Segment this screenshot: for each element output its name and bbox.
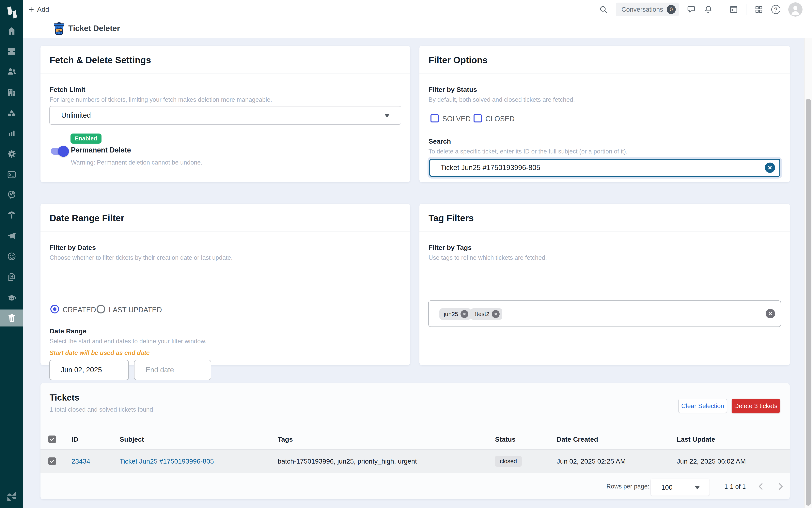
solved-checkbox[interactable] <box>431 114 439 122</box>
search-input[interactable] <box>441 160 737 176</box>
column-header-tags[interactable]: Tags <box>278 435 293 443</box>
date-range-filter-card: Date Range Filter Filter by Dates Choose… <box>41 204 410 365</box>
scrollbar-thumb[interactable] <box>806 99 811 506</box>
sidebar-item-ticket-deleter[interactable] <box>0 309 23 327</box>
help-icon[interactable]: ? <box>771 5 780 14</box>
sidebar-item-smiley[interactable] <box>0 248 23 265</box>
last-updated-radio[interactable] <box>97 305 105 313</box>
filter-by-status-label: Filter by Status <box>428 86 477 93</box>
next-page-button[interactable] <box>776 482 785 491</box>
search-icon[interactable] <box>599 5 608 14</box>
tags-input[interactable]: jun25 !test2 <box>428 300 781 327</box>
check-icon <box>50 459 55 464</box>
graduation-cap-icon <box>7 293 16 303</box>
column-header-status[interactable]: Status <box>495 435 515 443</box>
chevron-right-icon <box>776 482 785 491</box>
column-header-subject[interactable]: Subject <box>120 435 144 443</box>
ticket-subject-link[interactable]: Ticket Jun25 #1750193996-805 <box>120 458 214 465</box>
add-button[interactable]: Add <box>28 0 49 19</box>
main-content: Fetch & Delete Settings Fetch Limit For … <box>23 38 812 508</box>
chevron-down-icon <box>384 114 390 118</box>
pagination-bar: Rows per page: 100 1-1 of 1 <box>41 473 790 499</box>
chat-bubble-icon[interactable] <box>687 5 696 14</box>
sidebar-item-telegram[interactable] <box>0 227 23 244</box>
previous-page-button[interactable] <box>756 482 766 491</box>
filter-by-tags-help: Use tags to refine which tickets are fet… <box>428 254 547 261</box>
sidebar-item-reporting[interactable] <box>0 125 23 142</box>
table-row[interactable]: 23434 Ticket Jun25 #1750193996-805 batch… <box>41 449 790 473</box>
ticket-id-link[interactable]: 23434 <box>72 458 90 465</box>
bell-icon[interactable] <box>704 5 713 14</box>
sidebar-item-transfer[interactable] <box>0 269 23 286</box>
fetch-limit-value: Unlimited <box>61 111 91 120</box>
permanent-delete-toggle[interactable] <box>51 147 67 156</box>
sidebar-item-terminal[interactable] <box>0 166 23 183</box>
clear-selection-button[interactable]: Clear Selection <box>678 399 727 413</box>
sidebar-item-talk[interactable] <box>0 186 23 203</box>
sidebar-item-palm[interactable] <box>0 206 23 223</box>
remove-tag-icon[interactable] <box>460 310 468 318</box>
ticket-last-update: Jun 22, 2025 06:02 AM <box>677 458 746 465</box>
telegram-icon <box>7 231 16 241</box>
sidebar <box>0 0 23 508</box>
created-radio[interactable] <box>50 305 59 313</box>
clear-search-icon[interactable] <box>765 163 775 173</box>
topbar: Add Conversations 0 ? <box>23 0 812 19</box>
apps-grid-icon[interactable] <box>754 5 763 14</box>
filter-by-dates-help: Choose whether to filter tickets by thei… <box>50 254 233 261</box>
sidebar-item-customers[interactable] <box>0 63 23 80</box>
table-header-row: ID Subject Tags Status Date Created Last… <box>41 429 790 449</box>
palm-tree-icon <box>7 210 16 220</box>
column-header-id[interactable]: ID <box>72 435 78 443</box>
permanent-delete-warning: Warning: Permanent deletion cannot be un… <box>71 159 202 166</box>
people-icon <box>7 67 16 77</box>
rows-per-page-select[interactable]: 100 <box>650 479 710 496</box>
page: Add Conversations 0 ? Ticket Deleter <box>0 0 812 508</box>
filter-by-dates-label: Filter by Dates <box>50 244 96 251</box>
delete-tickets-button[interactable]: Delete 3 tickets <box>732 399 780 413</box>
terminal-icon[interactable] <box>729 5 738 14</box>
start-date-input[interactable] <box>61 360 124 380</box>
rows-per-page-value: 100 <box>661 483 673 491</box>
row-checkbox[interactable] <box>48 458 56 465</box>
search-input-container <box>429 159 780 177</box>
scrollbar-track[interactable] <box>804 38 812 508</box>
card-title: Fetch & Delete Settings <box>50 55 151 66</box>
sidebar-item-inbox[interactable] <box>0 43 23 60</box>
last-updated-radio-label: LAST UPDATED <box>109 306 162 314</box>
column-header-date-created[interactable]: Date Created <box>557 435 598 443</box>
tickets-card: Tickets 1 total closed and solved ticket… <box>41 383 790 499</box>
product-logo-icon[interactable] <box>4 5 19 19</box>
chevron-left-icon <box>756 482 766 491</box>
sidebar-item-organizations[interactable] <box>0 84 23 101</box>
plus-icon <box>28 6 34 13</box>
search-label: Search <box>428 137 451 145</box>
closed-checkbox[interactable] <box>473 114 482 122</box>
solved-checkbox-label: SOLVED <box>442 115 470 123</box>
conversations-label: Conversations <box>622 6 663 13</box>
end-date-input[interactable] <box>145 360 207 380</box>
tag-chip-label: !test2 <box>475 311 489 318</box>
select-all-checkbox[interactable] <box>48 435 56 443</box>
card-header: Filter Options <box>419 46 790 74</box>
column-header-last-update[interactable]: Last Update <box>677 435 715 443</box>
card-title: Tag Filters <box>428 213 474 223</box>
clear-tags-icon[interactable] <box>766 309 775 319</box>
remove-tag-icon[interactable] <box>492 310 500 318</box>
sidebar-item-home[interactable] <box>0 23 23 40</box>
card-header: Tag Filters <box>419 204 790 231</box>
page-title: Ticket Deleter <box>68 24 120 33</box>
avatar[interactable] <box>788 2 803 16</box>
filter-options-card: Filter Options Filter by Status By defau… <box>419 46 790 182</box>
sidebar-item-admin[interactable] <box>0 145 23 162</box>
topbar-actions: Conversations 0 ? <box>599 0 803 19</box>
chevron-down-icon <box>694 486 700 490</box>
add-button-label: Add <box>37 5 49 13</box>
conversations-button[interactable]: Conversations 0 <box>616 3 679 16</box>
sidebar-item-training[interactable] <box>0 289 23 306</box>
fetch-limit-select[interactable]: Unlimited <box>49 106 401 125</box>
zendesk-logo-icon <box>6 491 17 502</box>
sidebar-item-objects[interactable] <box>0 104 23 122</box>
app-header: Ticket Deleter <box>23 19 812 38</box>
smiley-icon <box>7 251 16 261</box>
